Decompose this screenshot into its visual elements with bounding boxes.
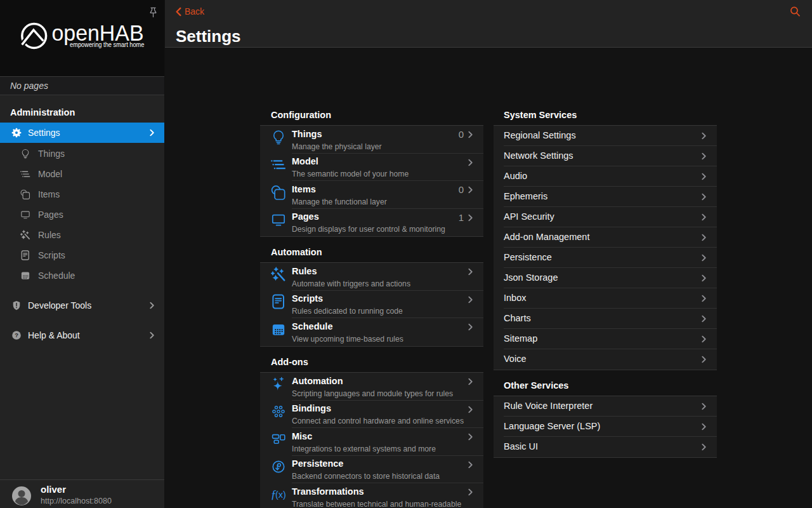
svg-text:empowering the smart home: empowering the smart home (70, 41, 145, 48)
